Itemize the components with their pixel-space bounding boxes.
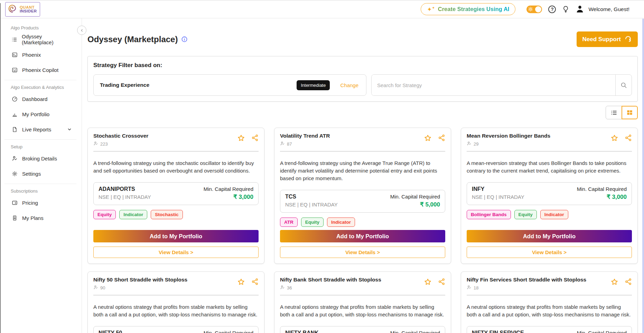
sidebar-item-dashboard[interactable]: Dashboard bbox=[0, 91, 82, 107]
card-divider bbox=[280, 295, 445, 295]
tag-list: ATREquityIndicator bbox=[280, 218, 445, 227]
add-to-portfolio-button[interactable]: Add to My Portfolio bbox=[280, 230, 445, 242]
change-experience-link[interactable]: Change bbox=[340, 82, 358, 88]
sidebar-collapse-button[interactable] bbox=[77, 26, 86, 35]
chevron-down-icon bbox=[67, 127, 72, 132]
sidebar-item-label: Live Reports bbox=[22, 127, 51, 132]
list-view-button[interactable] bbox=[606, 106, 622, 119]
strategy-description: A trend-following strategy using the Ave… bbox=[280, 159, 445, 182]
strategy-tag: Indicator bbox=[327, 218, 355, 227]
favorite-star-icon[interactable] bbox=[237, 134, 245, 142]
theme-toggle[interactable] bbox=[526, 6, 542, 13]
gear-icon bbox=[11, 171, 18, 177]
main-content: Odyssey (Marketplace) Need Support bbox=[82, 18, 644, 333]
strategy-title: Stochastic Crossover bbox=[93, 133, 148, 139]
sidebar-item-label: Phoenix Copilot bbox=[22, 67, 58, 73]
capital-required-value: ₹ 5,000 bbox=[390, 201, 440, 208]
logo-line1: QUANT bbox=[20, 6, 37, 9]
share-icon[interactable] bbox=[438, 134, 445, 141]
strategy-tag: Bollinger Bands bbox=[467, 210, 511, 219]
search-input[interactable] bbox=[372, 75, 615, 95]
favorite-star-icon[interactable] bbox=[610, 278, 618, 286]
add-to-portfolio-button[interactable]: Add to My Portfolio bbox=[467, 230, 632, 242]
quant-insider-logo[interactable]: QUANT INSIDER bbox=[5, 2, 40, 17]
subscribers-icon bbox=[280, 285, 285, 291]
sidebar-item-phoenix-copilot[interactable]: Phoenix Copilot bbox=[0, 62, 82, 77]
share-icon[interactable] bbox=[625, 278, 632, 285]
strategy-cards-grid: Stochastic Crossover 223 bbox=[87, 128, 638, 333]
strategy-title: Mean Reversion Bollinger Bands bbox=[467, 133, 550, 139]
scrollbar[interactable] bbox=[642, 19, 644, 333]
top-bar: QUANT INSIDER ✦✦ Create Strategies Using… bbox=[0, 0, 644, 18]
card-divider bbox=[467, 151, 632, 151]
favorite-star-icon[interactable] bbox=[610, 134, 618, 142]
list-view-icon bbox=[610, 109, 617, 116]
subscriber-count: 29 bbox=[474, 141, 478, 147]
report-icon bbox=[11, 127, 18, 132]
favorite-star-icon[interactable] bbox=[237, 278, 245, 286]
sidebar-item-live-reports[interactable]: Live Reports bbox=[0, 122, 82, 137]
sidebar-item-label: Odyssey (Marketplace) bbox=[22, 34, 72, 45]
trading-experience-label: Trading Experience bbox=[100, 82, 149, 88]
strategy-description: A trend-following strategy using the sto… bbox=[93, 159, 259, 175]
help-icon[interactable]: ? bbox=[548, 6, 556, 13]
subscribers-icon bbox=[93, 141, 98, 147]
sidebar-item-settings[interactable]: Settings bbox=[0, 166, 82, 181]
instrument-box: ADANIPORTS NSE | EQ | INTRADAY Min. Capi… bbox=[93, 182, 259, 205]
share-icon[interactable] bbox=[251, 278, 259, 285]
filter-heading: Strategy Filter based on: bbox=[93, 62, 632, 69]
card-divider bbox=[467, 295, 632, 295]
bulb-icon[interactable] bbox=[562, 6, 569, 13]
create-strategies-ai-button[interactable]: ✦✦ Create Strategies Using AI bbox=[421, 3, 515, 15]
need-support-label: Need Support bbox=[582, 36, 621, 43]
instrument-symbol: INFY bbox=[472, 186, 524, 192]
sun-icon bbox=[528, 7, 533, 13]
view-details-button[interactable]: View Details > bbox=[93, 247, 259, 258]
share-icon[interactable] bbox=[251, 134, 259, 141]
subscriber-count: 223 bbox=[100, 141, 108, 147]
strategy-card: Volatility Trend ATR 87 bbox=[274, 128, 451, 264]
subscribers-icon bbox=[467, 141, 472, 147]
sidebar-item-odyssey-marketplace[interactable]: Odyssey (Marketplace) bbox=[0, 32, 82, 47]
instrument-market: NSE | EQ | INTRADAY bbox=[472, 194, 524, 200]
sidebar-item-broking-details[interactable]: Broking Details bbox=[0, 151, 82, 166]
favorite-star-icon[interactable] bbox=[424, 278, 432, 286]
search-icon[interactable] bbox=[615, 75, 632, 95]
sidebar-item-phoenix[interactable]: Phoenix bbox=[0, 47, 82, 62]
strategy-tag: ATR bbox=[280, 218, 298, 227]
instrument-symbol: NIFTY BANK bbox=[285, 330, 319, 333]
trading-experience-box: Trading Experience Intermediate Change bbox=[93, 74, 366, 96]
subscriber-count: 90 bbox=[100, 285, 105, 290]
sidebar-item-pricing[interactable]: Pricing bbox=[0, 195, 82, 210]
need-support-button[interactable]: Need Support bbox=[577, 31, 638, 47]
strategy-tag: Indicator bbox=[119, 210, 147, 219]
sidebar-divider bbox=[4, 80, 76, 80]
logo-line2: INSIDER bbox=[20, 9, 37, 13]
card-divider bbox=[280, 151, 445, 151]
info-icon[interactable] bbox=[181, 36, 188, 43]
view-details-button[interactable]: View Details > bbox=[280, 247, 445, 258]
add-to-portfolio-button[interactable]: Add to My Portfolio bbox=[93, 230, 259, 242]
view-details-button[interactable]: View Details > bbox=[467, 247, 632, 258]
sidebar-item-my-portfolio[interactable]: My Portfolio bbox=[0, 107, 82, 122]
strategy-description: A neutral options strategy that profits … bbox=[467, 303, 632, 318]
user-icon[interactable] bbox=[576, 5, 584, 13]
share-icon[interactable] bbox=[438, 278, 445, 285]
experience-value-badge: Intermediate bbox=[297, 80, 330, 90]
strategy-description: A mean-reversion strategy that uses Boll… bbox=[467, 159, 632, 175]
strategy-title: Nifty Bank Short Straddle with Stoploss bbox=[280, 277, 381, 283]
copilot-icon bbox=[11, 67, 18, 73]
capital-required-label: Min. Capital Required bbox=[390, 194, 440, 200]
sidebar-divider bbox=[4, 184, 76, 184]
instrument-box: NIFTY FIN SERVICE Min. Capital Required bbox=[467, 326, 632, 333]
sidebar: Algo ProductsOdyssey (Marketplace)Phoeni… bbox=[0, 18, 82, 333]
capital-required-value: ₹ 3,000 bbox=[577, 193, 627, 201]
grid-view-button[interactable] bbox=[622, 106, 638, 119]
sidebar-section-label: Setup bbox=[0, 144, 82, 151]
sidebar-item-label: My Portfolio bbox=[22, 111, 49, 117]
sidebar-section-label: Algo Products bbox=[0, 25, 82, 32]
sparkles-icon: ✦✦ bbox=[427, 6, 435, 12]
favorite-star-icon[interactable] bbox=[424, 134, 432, 142]
share-icon[interactable] bbox=[625, 134, 632, 141]
sidebar-item-my-plans[interactable]: My Plans bbox=[0, 210, 82, 225]
